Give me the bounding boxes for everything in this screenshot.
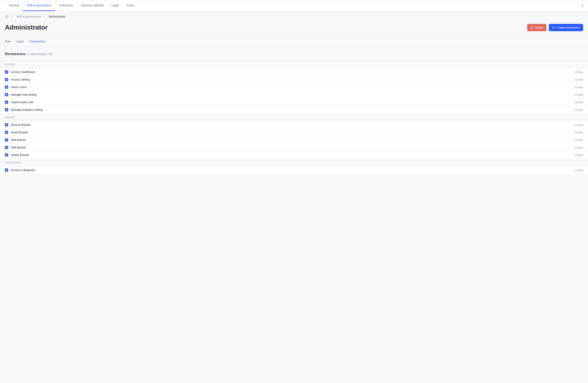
permission-date: 18 May [574,123,583,126]
chevron-left-icon [11,15,14,18]
sub-tabs: Role Users Permissions [0,36,588,47]
svg-rect-0 [553,27,555,29]
permission-checkbox[interactable] [5,138,8,141]
permission-row: Views Users18 May [0,83,588,91]
permission-row: Manage mail setting18 May [0,91,588,99]
permission-date: 18 May [574,146,583,149]
permission-date: 18 May [574,86,583,89]
home-icon[interactable] [5,15,9,18]
tab-role[interactable]: Role [5,40,11,43]
topnav-label: Staff & permissions [27,4,51,7]
permission-label: Views Users [11,85,574,89]
permission-label: Access Setting [11,78,574,81]
permission-checkbox[interactable] [5,70,8,74]
chevron-right-icon [581,4,583,7]
permission-label: Impersonate User [11,101,574,104]
tab-permissions[interactable]: Permissions [30,40,45,43]
permission-groups: SYSTEMAccess Dashboard18 MayAccess Setti… [0,61,588,174]
permission-checkbox[interactable] [5,78,8,81]
tab-users[interactable]: Users [17,40,24,43]
permission-date: 18 May [574,71,583,74]
topnav-item-legal[interactable]: Legal [108,0,122,11]
permission-label: Edit Brands [11,138,574,141]
permission-label: Read Brands [11,131,574,134]
permission-label: Access Dashboard [11,70,574,74]
permission-date: 18 May [574,169,583,172]
topnav-item-general[interactable]: General [5,0,23,11]
delete-button-label: Delete [535,26,543,29]
permission-date: 18 May [574,131,583,134]
section-title: Permissions [5,52,25,56]
permission-checkbox[interactable] [5,168,8,172]
permission-date: 18 May [574,154,583,157]
permission-group-label: BRANDS [0,114,588,121]
permission-row: Add Brands18 May [0,144,588,151]
permission-checkbox[interactable] [5,101,8,104]
permission-date: 18 May [574,101,583,104]
create-permission-button-label: Create permission [557,26,580,29]
permission-row: Delete Brands18 May [0,151,588,159]
permission-checkbox[interactable] [5,85,8,89]
page-actions: Delete Create permission [527,24,583,31]
permission-checkbox[interactable] [5,153,8,157]
permission-date: 18 May [574,108,583,111]
permission-label: Manage mail setting [11,93,574,96]
create-permission-button[interactable]: Create permission [549,24,583,31]
permission-group-label: SYSTEM [0,61,588,68]
section-subtitle: in Administrator role [27,52,52,56]
permission-date: 18 May [574,139,583,141]
permission-checkbox[interactable] [5,146,8,149]
topnav-item-staff-permissions[interactable]: Staff & permissions [23,0,55,11]
permission-label: Browse Categories [11,168,574,172]
permission-checkbox[interactable] [5,123,8,126]
permission-row: Access Dashboard18 May [0,68,588,76]
topnav-label: Inventories [59,4,73,7]
trash-icon [530,26,533,29]
topnav-item-zones[interactable]: Zones [122,0,138,11]
permission-checkbox[interactable] [5,131,8,134]
header-area: Staff & permissions Administrator Admini… [0,11,588,36]
topnav-label: Zones [126,4,134,7]
permission-checkbox[interactable] [5,93,8,96]
permission-row: Browse Brands18 May [0,121,588,129]
permission-group-label: CATEGORIES [0,159,588,166]
section-header: Permissions in Administrator role [0,47,588,61]
permission-label: Add Brands [11,146,574,149]
permission-label: Manage Analytics setting [11,108,574,111]
lock-icon [552,26,555,29]
topnav-label: General [9,4,19,7]
top-nav: General Staff & permissions Inventories … [0,0,588,11]
permission-date: 18 May [574,78,583,81]
permission-label: Delete Brands [11,153,574,157]
permission-row: Read Brands18 May [0,129,588,136]
breadcrumb: Staff & permissions Administrator [5,15,583,18]
topnav-item-inventories[interactable]: Inventories [55,0,77,11]
permission-date: 18 May [574,93,583,96]
delete-button[interactable]: Delete [527,24,546,31]
permission-checkbox[interactable] [5,108,8,111]
permission-row: Browse Categories18 May [0,166,588,174]
permission-row: Manage Analytics setting18 May [0,106,588,114]
title-row: Administrator Delete Create permission [5,24,583,36]
topnav-scroll-right-button[interactable] [580,3,585,8]
topnav-label: Payment methods [81,4,104,7]
breadcrumb-item-current: Administrator [49,15,65,18]
page-title: Administrator [5,24,48,31]
permission-row: Edit Brands18 May [0,136,588,144]
topnav-item-payment-methods[interactable]: Payment methods [77,0,108,11]
breadcrumb-item-staff-permissions[interactable]: Staff & permissions [16,15,41,18]
chevron-left-icon [44,15,46,18]
permission-row: Access Setting18 May [0,76,588,83]
permission-label: Browse Brands [11,123,574,126]
topnav-label: Legal [112,4,119,7]
permission-row: Impersonate User18 May [0,99,588,106]
